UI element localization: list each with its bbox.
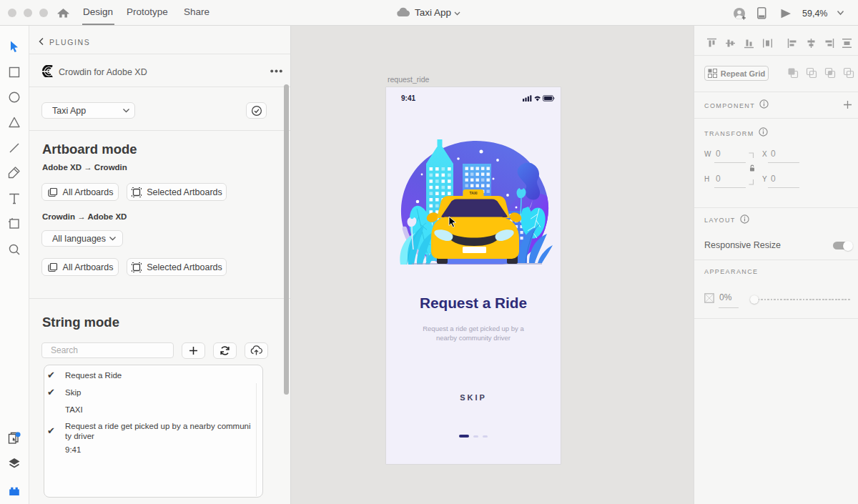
svg-text:TAXI: TAXI xyxy=(469,191,478,195)
